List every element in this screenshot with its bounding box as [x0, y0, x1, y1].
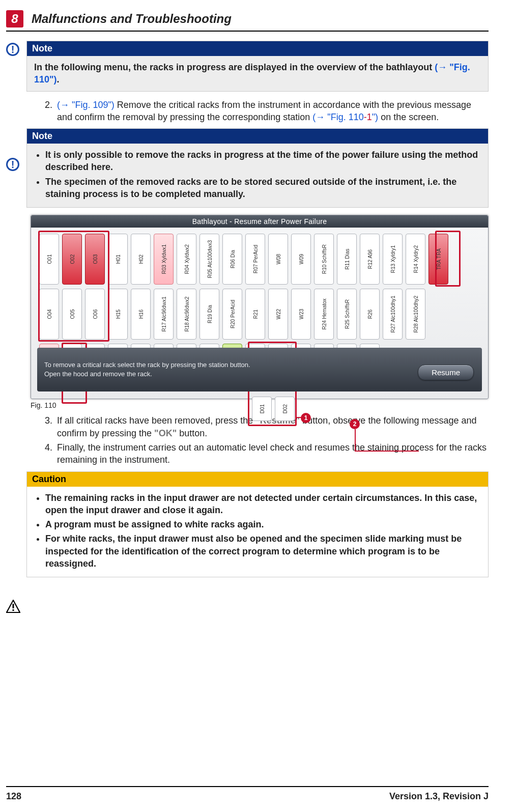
- caution-box: Caution The remaining racks in the input…: [26, 471, 489, 578]
- note-header: Note: [27, 129, 488, 144]
- chapter-number-badge: 8: [6, 10, 23, 27]
- note1-text-b: .: [57, 74, 60, 85]
- page-footer: 128 Version 1.3, Revision J: [6, 786, 489, 802]
- resume-button[interactable]: Resume: [418, 365, 474, 380]
- station-W22[interactable]: W22: [268, 289, 288, 340]
- step3-c: button.: [177, 428, 207, 438]
- station-O02[interactable]: O02: [62, 234, 82, 285]
- note2-bullet2: The specimen of the removed racks are to…: [45, 176, 481, 201]
- note-box-2: Note It is only possible to remove the r…: [26, 128, 489, 208]
- station-R19[interactable]: R19 Dia: [199, 289, 219, 340]
- page-header: 8 Malfunctions and Troubleshooting: [6, 10, 489, 32]
- station-R13[interactable]: R13 Xyldry1: [383, 234, 403, 285]
- station-H02[interactable]: H02: [131, 234, 151, 285]
- callout-2-line: [355, 429, 356, 452]
- station-R12[interactable]: R12 A96: [360, 234, 380, 285]
- step2-link1[interactable]: (→ "Fig. 109"): [57, 100, 115, 110]
- station-R24[interactable]: R24 Hematox: [314, 289, 334, 340]
- info-icon: !: [6, 158, 19, 171]
- station-R28[interactable]: R28 Alc100dhy2: [406, 289, 425, 340]
- station-R10[interactable]: R10 SchiffsR: [314, 234, 334, 285]
- bathlayout-row-2: O04O05O06H15H16R17 Alc96dwx1R18 Alc96dwx…: [39, 289, 480, 340]
- station-R20[interactable]: R20 PerAcid: [222, 289, 242, 340]
- station-W08[interactable]: W08: [268, 234, 288, 285]
- step-4: Finally, the instrument carries out an a…: [55, 441, 489, 466]
- station-H01[interactable]: H01: [108, 234, 128, 285]
- station-R27[interactable]: R27 Alc100dhy1: [383, 289, 403, 340]
- info-icon: !: [6, 43, 19, 56]
- station-R25[interactable]: R25 SchiffsR: [337, 289, 357, 340]
- note1-text-a: In the following menu, the racks in prog…: [34, 62, 435, 72]
- note-header: Note: [27, 41, 488, 56]
- step3-a: If all critical racks have been removed,…: [57, 415, 255, 426]
- caution-bullet3: For white racks, the input drawer must a…: [45, 533, 481, 570]
- station-R03[interactable]: R03 Xyldwx1: [154, 234, 174, 285]
- step-list-b: If all critical racks have been removed,…: [26, 414, 489, 466]
- station-O01[interactable]: O01: [39, 234, 59, 285]
- note-body: In the following menu, the racks in prog…: [27, 56, 488, 91]
- page-number: 128: [6, 791, 21, 802]
- note2-bullet1: It is only possible to remove the racks …: [45, 149, 481, 174]
- step3-ok-label: "OK": [154, 428, 177, 438]
- note-box-1: Note In the following menu, the racks in…: [26, 41, 489, 92]
- station-R17[interactable]: R17 Alc96dwx1: [154, 289, 174, 340]
- station-O04[interactable]: O04: [39, 289, 59, 340]
- station-TRA[interactable]: TRA TRA: [428, 234, 448, 285]
- step2-tail: on the screen.: [378, 112, 439, 122]
- station-W23[interactable]: W23: [291, 289, 311, 340]
- bathlayout-title: Bathlayout - Resume after Power Failure: [31, 215, 488, 228]
- station-R18[interactable]: R18 Alc96dwx2: [177, 289, 196, 340]
- figure-110: Bathlayout - Resume after Power Failure …: [31, 215, 489, 399]
- station-R06[interactable]: R06 Dia: [222, 234, 242, 285]
- callout-2-line-h: [355, 451, 419, 452]
- step-2: (→ "Fig. 109") Remove the critical racks…: [55, 99, 489, 124]
- bathlayout-instruction-bar: To remove a critical rack select the rac…: [37, 348, 482, 391]
- station-O05[interactable]: O05: [62, 289, 82, 340]
- warning-icon: [6, 600, 19, 613]
- station-D01[interactable]: D01: [252, 397, 272, 421]
- step2-link2-red: -1: [364, 112, 372, 122]
- svg-rect-2: [13, 609, 14, 611]
- station-R11[interactable]: R11 Dias: [337, 234, 357, 285]
- station-O03[interactable]: O03: [85, 234, 105, 285]
- station-R05[interactable]: R05 Alc100dwx3: [199, 234, 219, 285]
- svg-rect-1: [13, 604, 14, 608]
- chapter-title: Malfunctions and Troubleshooting: [32, 12, 232, 26]
- bathlayout-screenshot: Bathlayout - Resume after Power Failure …: [31, 215, 489, 399]
- step2-link2b[interactable]: "): [372, 112, 378, 122]
- bathlayout-instr2: Open the hood and remove the rack.: [44, 370, 475, 379]
- step2-link2a[interactable]: (→ "Fig. 110: [312, 112, 363, 122]
- caution-header: Caution: [27, 472, 488, 487]
- step-list-a: (→ "Fig. 109") Remove the critical racks…: [26, 99, 489, 124]
- caution-bullet1: The remaining racks in the input drawer …: [45, 492, 481, 517]
- station-W09[interactable]: W09: [291, 234, 311, 285]
- caution-bullet2: A program must be assigned to white rack…: [45, 518, 481, 530]
- station-R14[interactable]: R14 Xyldry2: [406, 234, 425, 285]
- station-O06[interactable]: O06: [85, 289, 105, 340]
- note-body: It is only possible to remove the racks …: [27, 144, 488, 207]
- caution-body: The remaining racks in the input drawer …: [27, 487, 488, 577]
- station-R21[interactable]: R21: [245, 289, 265, 340]
- station-R07[interactable]: R07 PerAcid: [245, 234, 265, 285]
- bathlayout-row-1: O01O02O03H01H02R03 Xyldwx1R04 Xyldwx2R05…: [39, 234, 480, 285]
- version-label: Version 1.3, Revision J: [389, 791, 489, 802]
- station-H15[interactable]: H15: [108, 289, 128, 340]
- station-D02[interactable]: D02: [275, 397, 295, 421]
- station-R26[interactable]: R26: [360, 289, 380, 340]
- bathlayout-instr1: To remove a critical rack select the rac…: [44, 360, 475, 370]
- station-R04[interactable]: R04 Xyldwx2: [177, 234, 196, 285]
- station-H16[interactable]: H16: [131, 289, 151, 340]
